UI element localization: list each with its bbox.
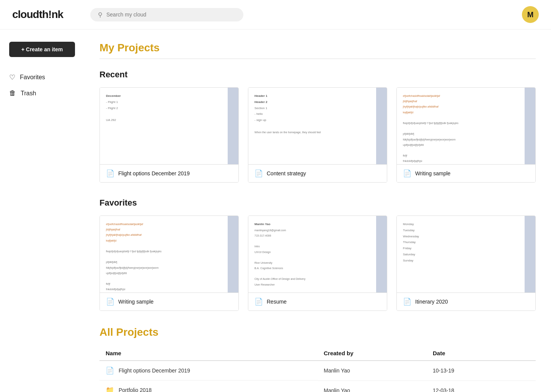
card-preview: Manlin Yao manlinyang18@gmail.com 715-31… <box>248 216 387 292</box>
card-itinerary-2020[interactable]: Monday Tuesday Wednesday Thursday Friday… <box>396 216 536 311</box>
card-footer: 📄 Writing sample <box>397 164 535 182</box>
card-preview-sidebar-bar <box>376 216 387 292</box>
card-preview-content: efjseifchasldfhsaklsdakfjaslkfjaf jfdjfh… <box>100 216 228 292</box>
search-bar: ⚲ <box>90 8 243 21</box>
card-preview-content: efjseifchasldfhsaklsdakfjaslkfjaf jfdjfh… <box>397 88 525 164</box>
row-name: Flight options December 2019 <box>119 368 190 374</box>
trash-icon: 🗑 <box>9 89 16 97</box>
all-projects-table: Name Created by Date 📄 Flight options De… <box>99 346 536 392</box>
card-footer: 📄 Content strategy <box>248 164 387 182</box>
card-preview: efjseifchasldfhsaklsdakfjaslkfjaf jfdjfh… <box>100 216 238 292</box>
col-header-name: Name <box>99 346 318 361</box>
card-preview-content: Monday Tuesday Wednesday Thursday Friday… <box>397 216 525 292</box>
table-cell-date: 10-13-19 <box>427 361 536 381</box>
table-cell-created: Manlin Yao <box>318 361 427 381</box>
doc-icon: 📄 <box>254 297 263 306</box>
card-preview: efjseifchasldfhsaklsdakfjaslkfjaf jfdjfh… <box>397 88 535 164</box>
card-preview-sidebar-bar <box>525 88 535 164</box>
card-preview: Header 1 Header 2 Section 1 - hello - si… <box>248 88 387 164</box>
content: My Projects Recent December - Flight 1 -… <box>84 29 551 392</box>
header: cloudth!nk ⚲ M <box>0 0 551 29</box>
table-cell-name: 📁 Portfolio 2018 <box>99 381 318 392</box>
avatar: M <box>522 6 539 23</box>
card-writing-sample-fav[interactable]: efjseifchasldfhsaklsdakfjaslkfjaf jfdjfh… <box>99 216 239 311</box>
doc-icon: 📄 <box>254 169 263 178</box>
favorites-section-title: Favorites <box>99 198 536 208</box>
doc-icon: 📄 <box>106 169 114 178</box>
card-footer: 📄 Resume <box>248 292 387 310</box>
all-projects-title: All Projects <box>99 326 536 338</box>
doc-icon: 📄 <box>403 169 411 178</box>
doc-icon: 📄 <box>106 297 114 306</box>
card-title: Writing sample <box>415 170 450 176</box>
card-preview-sidebar-bar <box>525 216 535 292</box>
logo: cloudth!nk <box>12 8 81 21</box>
card-preview-content: December - Flight 1 - Flight 2 UA 292 <box>100 88 228 164</box>
table-cell-date: 12-03-18 <box>427 381 536 392</box>
table-row[interactable]: 📁 Portfolio 2018 Manlin Yao 12-03-18 <box>99 381 536 392</box>
folder-row-icon: 📁 <box>106 386 114 392</box>
recent-section-title: Recent <box>99 70 536 80</box>
search-input[interactable] <box>106 11 236 18</box>
favorites-cards-grid: efjseifchasldfhsaklsdakfjaslkfjaf jfdjfh… <box>99 216 536 311</box>
card-title: Resume <box>267 299 287 305</box>
doc-icon: 📄 <box>403 297 411 306</box>
card-footer: 📄 Flight options December 2019 <box>100 164 238 182</box>
heart-icon: ♡ <box>9 73 15 82</box>
sidebar-nav: ♡ Favorites 🗑 Trash <box>9 69 75 101</box>
card-preview: Monday Tuesday Wednesday Thursday Friday… <box>397 216 535 292</box>
col-header-created: Created by <box>318 346 427 361</box>
card-title: Flight options December 2019 <box>118 170 190 176</box>
card-resume[interactable]: Manlin Yao manlinyang18@gmail.com 715-31… <box>248 216 387 311</box>
card-title: Itinerary 2020 <box>415 299 448 305</box>
col-header-date: Date <box>427 346 536 361</box>
card-footer: 📄 Itinerary 2020 <box>397 292 535 310</box>
create-item-button[interactable]: + Create an item <box>9 42 75 57</box>
page-title: My Projects <box>99 42 536 59</box>
search-icon: ⚲ <box>98 11 103 18</box>
recent-cards-grid: December - Flight 1 - Flight 2 UA 292 📄 … <box>99 87 536 183</box>
card-writing-sample[interactable]: efjseifchasldfhsaklsdakfjaslkfjaf jfdjfh… <box>396 87 536 183</box>
sidebar-item-trash-label: Trash <box>21 90 36 97</box>
sidebar-item-trash[interactable]: 🗑 Trash <box>9 85 75 101</box>
doc-row-icon: 📄 <box>106 366 114 375</box>
sidebar: + Create an item ♡ Favorites 🗑 Trash <box>0 29 84 392</box>
sidebar-item-favorites-label: Favorites <box>20 74 45 81</box>
card-preview-content: Header 1 Header 2 Section 1 - hello - si… <box>248 88 376 164</box>
table-cell-name: 📄 Flight options December 2019 <box>99 361 318 381</box>
card-preview: December - Flight 1 - Flight 2 UA 292 <box>100 88 238 164</box>
row-name: Portfolio 2018 <box>119 387 152 392</box>
card-preview-sidebar-bar <box>228 216 238 292</box>
main-layout: + Create an item ♡ Favorites 🗑 Trash My … <box>0 29 551 392</box>
card-title: Writing sample <box>118 299 153 305</box>
card-preview-sidebar-bar <box>228 88 238 164</box>
card-preview-content: Manlin Yao manlinyang18@gmail.com 715-31… <box>248 216 376 292</box>
card-flight-options[interactable]: December - Flight 1 - Flight 2 UA 292 📄 … <box>99 87 239 183</box>
sidebar-item-favorites[interactable]: ♡ Favorites <box>9 69 75 85</box>
table-row[interactable]: 📄 Flight options December 2019 Manlin Ya… <box>99 361 536 381</box>
table-cell-created: Manlin Yao <box>318 381 427 392</box>
card-title: Content strategy <box>267 170 306 176</box>
card-preview-sidebar-bar <box>376 88 387 164</box>
card-footer: 📄 Writing sample <box>100 292 238 310</box>
card-content-strategy[interactable]: Header 1 Header 2 Section 1 - hello - si… <box>248 87 387 183</box>
